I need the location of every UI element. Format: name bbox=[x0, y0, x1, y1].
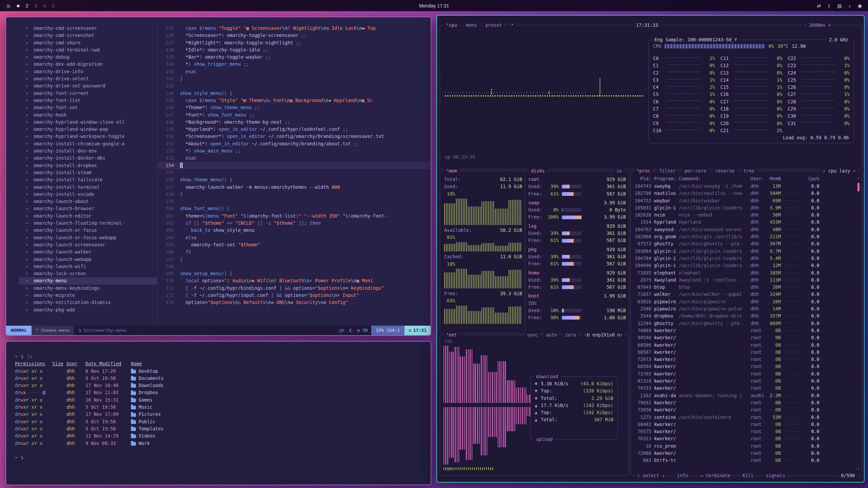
file-item[interactable]: ✶omarchy-cmd-terminal-cwd bbox=[26, 46, 157, 54]
code-line[interactable]: 138 *Idle*) omarchy-toggle-idle ;; bbox=[158, 46, 430, 54]
code-line[interactable]: 172 [ -f ~/.config/hypr/input.conf ] && … bbox=[158, 292, 430, 299]
process-row[interactable]: 105031 glycin-i /usr/lib/glycin-loaders … bbox=[635, 204, 855, 211]
code-line[interactable]: 136 *Screensaver*) omarchy-toggle-screen… bbox=[158, 32, 430, 39]
code-line[interactable]: 152 *) show_main_menu ;; bbox=[158, 147, 430, 155]
process-row[interactable]: 94540 kworker/ root 0B ······ 0.0 bbox=[635, 334, 855, 341]
tree-toggle[interactable]: tree bbox=[742, 167, 756, 175]
file-item[interactable]: ✶omarchy-launch-or-focus bbox=[26, 227, 157, 234]
code-line[interactable]: 139 *Bar*) omarchy-toggle-waybar ;; bbox=[158, 54, 430, 61]
code-line[interactable]: 169show_setup_menu() { bbox=[158, 270, 430, 277]
net-auto-toggle[interactable]: auto bbox=[544, 331, 559, 339]
editor-window[interactable]: ✶omarchy-cmd-screensaver✶omarchy-cmd-scr… bbox=[5, 17, 431, 336]
code-line[interactable]: 147 *Font*) show_font_menu ;; bbox=[158, 111, 430, 119]
file-item[interactable]: ✶omarchy-install-steam bbox=[26, 169, 157, 176]
file-item[interactable]: ✶omarchy-launch-or-focus-webapp bbox=[26, 234, 157, 241]
process-row[interactable]: 104743 swaybg /usr/bin/swaybg -i /hom dh… bbox=[635, 183, 855, 190]
file-item[interactable]: ✶omarchy-install-docker-dbs bbox=[26, 155, 157, 162]
process-row[interactable]: 73656 kworker/ root 0B ······ 0.0 bbox=[635, 406, 855, 413]
workspace-5[interactable]: 5 bbox=[52, 3, 55, 8]
code-line[interactable]: 137 *Nightlight*) omarchy-toggle-nightli… bbox=[158, 39, 430, 46]
proc-action[interactable]: ↵ terminate bbox=[698, 472, 732, 479]
file-item[interactable]: ✶omarchy-font-list bbox=[26, 97, 157, 104]
code-line[interactable]: 160show_font_menu() { bbox=[158, 205, 430, 212]
code-line[interactable]: 165 omarchy-font-set "$theme" bbox=[158, 241, 430, 248]
file-item[interactable]: ✶omarchy-launch-screensaver bbox=[26, 241, 157, 248]
process-row[interactable]: 68584 kworker/ root 0B ······ 0.0 bbox=[635, 363, 855, 370]
file-item[interactable]: ✶omarchy-drive-set-password bbox=[26, 82, 157, 89]
process-row[interactable]: 2075 Xwayland Xwayland :1 -rootless - dh… bbox=[635, 277, 855, 284]
code-line[interactable]: 141 esac bbox=[158, 68, 430, 75]
code-line[interactable]: 170 local options="♪ Audio\n✱ Wifi\nᛒ Bl… bbox=[158, 277, 430, 284]
code-line[interactable]: 161 theme=$(menu "Font" "$(omarchy-font-… bbox=[158, 212, 430, 220]
file-item[interactable]: ✶omarchy-install-terminal bbox=[26, 184, 157, 191]
bluetooth-icon[interactable]: ᛒ bbox=[828, 3, 830, 8]
file-item[interactable]: ✶omarchy-install-dropbox bbox=[26, 162, 157, 169]
process-row[interactable]: 76575 kworker/ root 0B ······ 0.0 bbox=[635, 428, 855, 435]
process-row[interactable]: 87649 btop btop dhh 26M ······ 0.0 bbox=[635, 284, 855, 291]
code-line[interactable]: 143 bbox=[158, 82, 430, 89]
process-row[interactable]: 16 rcu_pree root 0B ······ 0.0 bbox=[635, 443, 855, 450]
code-line[interactable]: 167} bbox=[158, 256, 430, 263]
code-pane[interactable]: 135 case $(menu "Toggle" "▣ Screensaver\… bbox=[158, 25, 430, 326]
process-row[interactable]: 71837 walker /usr/bin/walker --gappl dhh… bbox=[635, 291, 855, 298]
code-line[interactable]: 171 [ -f ~/.config/hypr/bindings.conf ] … bbox=[158, 285, 430, 292]
file-item[interactable]: ✶omarchy-cmd-screenshot bbox=[26, 32, 157, 39]
file-item[interactable]: ✶omarchy-notification-dismiss bbox=[26, 299, 157, 306]
process-row[interactable]: 1275 containe /usr/bin/containerd root 5… bbox=[635, 414, 855, 421]
file-item[interactable]: ✶omarchy-launch-webapp bbox=[26, 256, 157, 263]
workspace-icon-apps[interactable]: ▣ bbox=[6, 3, 11, 8]
proc-action[interactable]: info bbox=[675, 472, 690, 479]
network-arrows-icon[interactable]: ⇄ bbox=[817, 3, 821, 8]
power-icon[interactable]: ◉ bbox=[858, 3, 862, 8]
file-item[interactable]: ✶omarchy-install-tailscale bbox=[26, 176, 157, 183]
process-row[interactable]: 76313 kworker/ root 0B ······ 0.0 bbox=[635, 435, 855, 442]
terminal-window[interactable]: ~ ❯ ls PermissionsSizeUserDate ModifiedN… bbox=[5, 341, 431, 485]
file-item[interactable]: ✶omarchy-hyprland-workspace-toggle bbox=[26, 133, 157, 140]
process-row[interactable]: 2586 pipewire /usr/bin/pipewire-pulse dh… bbox=[635, 305, 855, 312]
code-line[interactable]: 158} bbox=[158, 191, 430, 198]
file-item[interactable]: ✶omarchy-lock-screen bbox=[26, 270, 157, 277]
code-line[interactable]: 135 case $(menu "Toggle" "▣ Screensaver\… bbox=[158, 25, 430, 32]
per-core-toggle[interactable]: per-core bbox=[683, 167, 708, 175]
file-item[interactable]: ✶omarchy-cmd-share bbox=[26, 39, 157, 46]
code-line[interactable]: 156show_theme_menu() { bbox=[158, 176, 430, 183]
code-line[interactable]: 157 omarchy-launch-walker -m menus:omarc… bbox=[158, 184, 430, 191]
file-item[interactable]: ✶omarchy-hyprland-window-pop bbox=[26, 126, 157, 133]
file-item[interactable]: ✶omarchy-launch-floating-terminal- bbox=[26, 220, 157, 227]
workspace-2[interactable]: 2 bbox=[26, 3, 28, 8]
file-item[interactable]: ✶omarchy-pkg-add bbox=[26, 306, 157, 313]
process-row[interactable]: 102866 org.gnom /usr/bin/gjs /usr/lib/o … bbox=[635, 233, 855, 240]
file-item[interactable]: ✶omarchy-font-current bbox=[26, 90, 157, 97]
process-row[interactable]: 74869 kworker/ root 0B ······ 0.0 bbox=[635, 327, 855, 334]
proc-action[interactable]: signals bbox=[764, 472, 787, 479]
sort-mode-selector[interactable]: ‹ cpu lazy › bbox=[821, 167, 857, 175]
file-item[interactable]: ✶omarchy-install-dev-env bbox=[26, 147, 157, 155]
file-item[interactable]: ✶omarchy-menu-keybindings bbox=[26, 285, 157, 292]
code-line[interactable]: 150 *Screensaver*) open_in_editor ~/.con… bbox=[158, 133, 430, 140]
process-row[interactable]: 103684 glycin-i /usr/lib/glycin-loaders … bbox=[635, 248, 855, 255]
file-item[interactable]: ✶omarchy-drive-info bbox=[26, 68, 157, 75]
code-line[interactable]: 148 *Background*) omarchy-theme-bg-next … bbox=[158, 119, 430, 126]
code-line[interactable]: 168 bbox=[158, 263, 430, 270]
screen-icon[interactable]: ▤ bbox=[837, 3, 842, 8]
process-row[interactable]: 104784 glycin-i /usr/lib/glycin-loaders … bbox=[635, 255, 855, 262]
process-row[interactable]: 2544 dropbox /home/dhh/.dropbox-dist dhh… bbox=[635, 312, 855, 320]
filter-button[interactable]: filter bbox=[657, 167, 677, 175]
process-row[interactable]: 81310 kworker/ root 0B ······ 0.0 bbox=[635, 378, 855, 385]
code-line[interactable]: 155 bbox=[158, 169, 430, 176]
process-row[interactable]: 72073 kworker/ root 0B ······ 0.0 bbox=[635, 356, 855, 363]
process-row[interactable]: 12244 ghostty /usr/bin/ghostty --gtk- dh… bbox=[635, 320, 855, 327]
process-row[interactable]: 102638 nvim nvim --embed . dhh 56M ·····… bbox=[635, 211, 855, 219]
file-item[interactable]: ✶omarchy-menu bbox=[19, 277, 157, 284]
scrollbar-thumb[interactable] bbox=[857, 183, 860, 191]
process-row[interactable]: 1162 avahi-da avahi-daemon: running [ av… bbox=[635, 392, 855, 399]
proc-action[interactable]: ↑ select ↓ bbox=[635, 472, 666, 479]
file-item[interactable]: ✶omarchy-hyprland-window-close-all bbox=[26, 119, 157, 126]
file-item[interactable]: ✶omarchy-install-vscode bbox=[26, 191, 157, 198]
file-item[interactable]: ✶omarchy-cmd-screensaver bbox=[26, 25, 157, 32]
net-sync-toggle[interactable]: sync bbox=[525, 331, 540, 339]
code-line[interactable]: 154} bbox=[158, 162, 430, 169]
volume-icon[interactable]: ♪ bbox=[849, 3, 851, 8]
file-item[interactable]: ✶omarchy-dev-add-migration bbox=[26, 61, 157, 68]
file-item[interactable]: ✶omarchy-debug bbox=[26, 54, 157, 61]
